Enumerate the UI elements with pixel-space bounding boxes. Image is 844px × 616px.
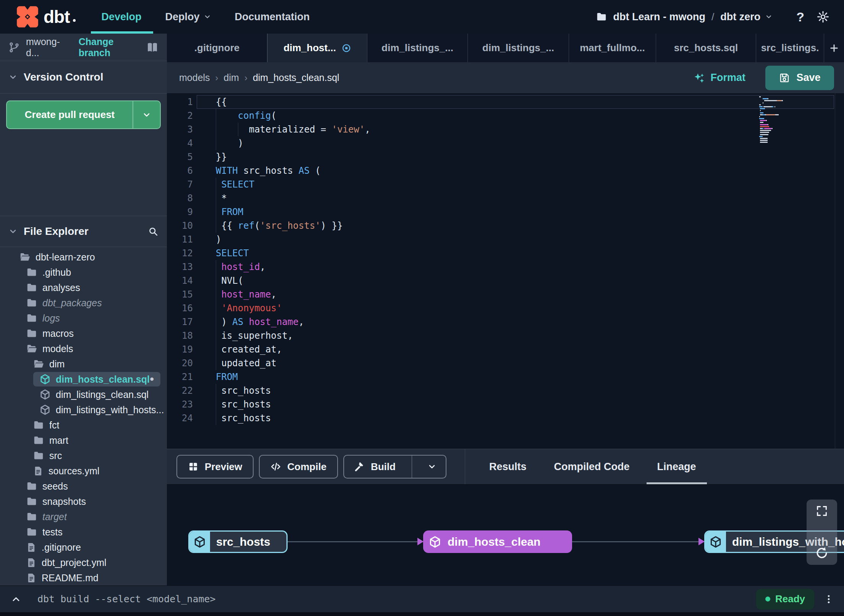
code-line-2[interactable]: 2 config( bbox=[167, 109, 844, 123]
code-line-4[interactable]: 4 ) bbox=[167, 136, 844, 150]
tree-item-mart[interactable]: mart bbox=[0, 433, 167, 448]
tree-item-gitignore[interactable]: .gitignore bbox=[0, 540, 167, 555]
tree-item-logs[interactable]: logs bbox=[0, 310, 167, 326]
minimap[interactable] bbox=[759, 96, 781, 144]
code-line-21[interactable]: 21FROM bbox=[167, 370, 844, 384]
code-line-24[interactable]: 24 src_hosts bbox=[167, 411, 844, 425]
nav-item-develop[interactable]: Develop bbox=[101, 0, 142, 34]
compile-button[interactable]: Compile bbox=[259, 455, 338, 479]
build-options-button[interactable] bbox=[418, 456, 446, 478]
breadcrumb-item-dim-hosts-clean-sql[interactable]: dim_hosts_clean.sql bbox=[253, 72, 340, 83]
nav-item-documentation[interactable]: Documentation bbox=[234, 0, 311, 34]
code-line-7[interactable]: 7 SELECT bbox=[167, 178, 844, 191]
code-line-12[interactable]: 12SELECT bbox=[167, 246, 844, 260]
tree-item-dim-listings-clean-sql[interactable]: dim_listings_clean.sql bbox=[0, 387, 167, 402]
new-tab-button[interactable] bbox=[824, 34, 844, 62]
minimap-bar bbox=[774, 106, 775, 107]
code-line-19[interactable]: 19 created_at, bbox=[167, 343, 844, 356]
code-pane[interactable]: 1{{2 config(3 materialized = 'view',4 )5… bbox=[167, 93, 844, 425]
panel-tab-compiled-code[interactable]: Compiled Code bbox=[540, 449, 644, 484]
project-name[interactable]: dbt zero bbox=[720, 11, 760, 23]
refresh-lineage-icon[interactable] bbox=[815, 546, 829, 560]
code-line-20[interactable]: 20 updated_at bbox=[167, 356, 844, 370]
tree-item-tests[interactable]: tests bbox=[0, 524, 167, 540]
panel-tab-results[interactable]: Results bbox=[475, 449, 540, 484]
tree-item-snapshots[interactable]: snapshots bbox=[0, 494, 167, 509]
expand-console-icon[interactable] bbox=[11, 594, 21, 605]
editor-scrollbar-track[interactable] bbox=[835, 93, 835, 449]
code-line-17[interactable]: 17 ) AS host_name, bbox=[167, 315, 844, 329]
editor-tab-src-hosts-sql[interactable]: src_hosts.sql bbox=[656, 34, 756, 62]
tree-item-readme-md[interactable]: README.md bbox=[0, 570, 167, 585]
code-line-9[interactable]: 9 FROM bbox=[167, 205, 844, 219]
format-button[interactable]: Format bbox=[694, 72, 745, 84]
code-line-23[interactable]: 23 src_hosts bbox=[167, 398, 844, 411]
settings-gear-icon[interactable] bbox=[817, 10, 829, 23]
code-line-6[interactable]: 6WITH src_hosts AS ( bbox=[167, 164, 844, 178]
code-line-14[interactable]: 14 NVL( bbox=[167, 274, 844, 288]
tree-item-dbt-learn-zero[interactable]: dbt-learn-zero bbox=[0, 249, 167, 265]
dbt-logo[interactable]: dbt bbox=[15, 6, 76, 28]
docs-book-icon[interactable] bbox=[146, 41, 158, 53]
line-number: 10 bbox=[167, 219, 193, 233]
code-editor[interactable]: 1{{2 config(3 materialized = 'view',4 )5… bbox=[167, 93, 844, 449]
save-button[interactable]: Save bbox=[765, 66, 834, 90]
file-explorer-header[interactable]: File Explorer bbox=[0, 216, 167, 247]
kebab-menu-icon[interactable] bbox=[823, 594, 834, 605]
tree-item-models[interactable]: models bbox=[0, 341, 167, 356]
code-line-5[interactable]: 5}} bbox=[167, 150, 844, 164]
editor-tab-src-listings[interactable]: src_listings. bbox=[756, 34, 824, 62]
code-text: FROM bbox=[193, 370, 844, 384]
code-line-3[interactable]: 3 materialized = 'view', bbox=[167, 123, 844, 136]
code-line-8[interactable]: 8 * bbox=[167, 191, 844, 205]
tree-item-dbt-packages[interactable]: dbt_packages bbox=[0, 295, 167, 310]
lineage-node-src-hosts[interactable]: src_hosts bbox=[188, 530, 288, 553]
create-pull-request-button-group: Create pull request bbox=[6, 100, 161, 129]
code-line-15[interactable]: 15 host_name, bbox=[167, 288, 844, 301]
breadcrumb-item-dim[interactable]: dim bbox=[224, 72, 239, 83]
editor-tab-dim-listings[interactable]: dim_listings_... bbox=[468, 34, 569, 62]
tree-item-analyses[interactable]: analyses bbox=[0, 280, 167, 295]
tree-item-src[interactable]: src bbox=[0, 448, 167, 463]
tree-item-dbt-project-yml[interactable]: dbt_project.yml bbox=[0, 555, 167, 570]
tree-item-target[interactable]: target bbox=[0, 509, 167, 524]
code-line-13[interactable]: 13 host_id, bbox=[167, 260, 844, 274]
lineage-node-dim-hosts-clean[interactable]: dim_hosts_clean bbox=[423, 530, 572, 553]
code-line-18[interactable]: 18 is_superhost, bbox=[167, 329, 844, 343]
lineage-canvas[interactable]: src_hostsdim_hosts_cleandim_listings_wit… bbox=[167, 484, 844, 585]
tree-item-label: .gitignore bbox=[42, 542, 81, 553]
editor-tab-dim-listings[interactable]: dim_listings_... bbox=[367, 34, 468, 62]
tab-label: dim_listings_... bbox=[482, 42, 554, 54]
code-line-1[interactable]: 1{{ bbox=[167, 95, 844, 109]
code-line-16[interactable]: 16 'Anonymous' bbox=[167, 301, 844, 315]
build-button[interactable]: Build bbox=[344, 456, 406, 478]
tree-item-seeds[interactable]: seeds bbox=[0, 479, 167, 494]
version-control-header[interactable]: Version Control bbox=[0, 61, 167, 94]
account-name[interactable]: dbt Learn - mwong bbox=[613, 11, 705, 23]
project-chevron-icon[interactable] bbox=[765, 13, 773, 21]
tab-label: dim_host... bbox=[283, 42, 336, 54]
panel-tab-lineage[interactable]: Lineage bbox=[644, 449, 710, 484]
fullscreen-icon[interactable] bbox=[815, 504, 828, 517]
nav-item-deploy[interactable]: Deploy bbox=[165, 0, 212, 34]
tree-item-dim-hosts-clean-sql[interactable]: dim_hosts_clean.sql• bbox=[0, 372, 167, 387]
code-line-11[interactable]: 11) bbox=[167, 233, 844, 246]
editor-tab-mart-fullmo[interactable]: mart_fullmo... bbox=[569, 34, 656, 62]
breadcrumb-item-models[interactable]: models bbox=[179, 72, 210, 83]
create-pull-request-button[interactable]: Create pull request bbox=[7, 101, 133, 128]
tree-item-dim[interactable]: dim bbox=[0, 356, 167, 372]
tree-item-dim-listings-with-hosts[interactable]: dim_listings_with_hosts... bbox=[0, 402, 167, 417]
editor-tab-gitignore[interactable]: .gitignore bbox=[167, 34, 267, 62]
tree-item-sources-yml[interactable]: sources.yml bbox=[0, 463, 167, 479]
tree-item-macros[interactable]: macros bbox=[0, 326, 167, 341]
editor-tab-dim-host[interactable]: dim_host... bbox=[267, 34, 367, 62]
change-branch-link[interactable]: Change branch bbox=[79, 36, 140, 58]
code-line-10[interactable]: 10 {{ ref('src_hosts') }} bbox=[167, 219, 844, 233]
code-line-22[interactable]: 22 src_hosts bbox=[167, 384, 844, 398]
search-icon[interactable] bbox=[148, 226, 158, 237]
tree-item-github[interactable]: .github bbox=[0, 265, 167, 280]
tree-item-fct[interactable]: fct bbox=[0, 417, 167, 433]
help-button[interactable]: ? bbox=[796, 10, 804, 24]
pr-options-button[interactable] bbox=[133, 101, 160, 128]
preview-button[interactable]: Preview bbox=[176, 455, 254, 479]
